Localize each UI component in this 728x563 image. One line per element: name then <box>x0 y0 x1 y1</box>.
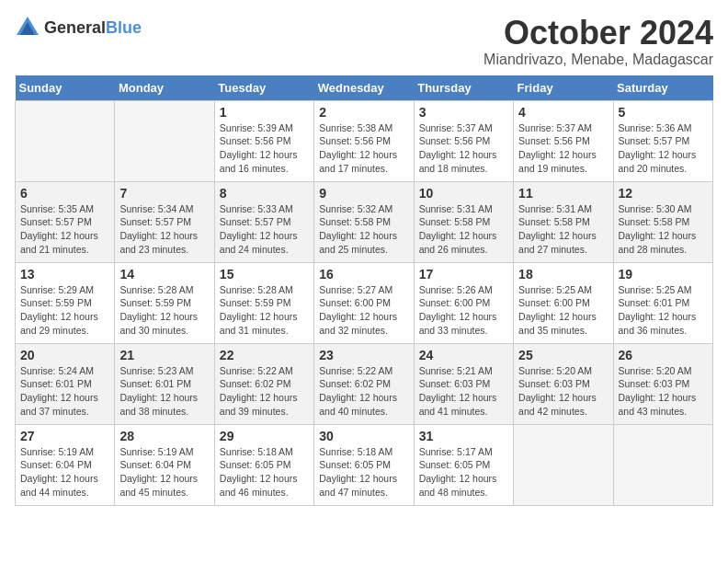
day-number: 29 <box>220 429 309 443</box>
calendar-table: SundayMondayTuesdayWednesdayThursdayFrid… <box>15 75 713 506</box>
calendar-cell <box>514 424 613 505</box>
day-info: Sunrise: 5:34 AMSunset: 5:57 PMDaylight:… <box>119 202 209 257</box>
calendar-cell: 5Sunrise: 5:36 AMSunset: 5:57 PMDaylight… <box>613 100 712 181</box>
day-info: Sunrise: 5:26 AMSunset: 6:00 PMDaylight:… <box>419 283 508 338</box>
day-number: 30 <box>319 429 408 443</box>
title-block: October 2024 Miandrivazo, Menabe, Madaga… <box>483 15 713 68</box>
calendar-cell: 8Sunrise: 5:33 AMSunset: 5:57 PMDaylight… <box>214 181 313 262</box>
day-number: 16 <box>319 267 408 282</box>
day-info: Sunrise: 5:31 AMSunset: 5:58 PMDaylight:… <box>518 202 608 257</box>
logo: GeneralBlue <box>15 15 142 40</box>
calendar-cell <box>613 424 712 505</box>
day-info: Sunrise: 5:18 AMSunset: 6:05 PMDaylight:… <box>319 445 408 500</box>
day-number: 23 <box>319 348 408 362</box>
day-number: 19 <box>619 267 708 282</box>
calendar-cell: 11Sunrise: 5:31 AMSunset: 5:58 PMDayligh… <box>514 181 613 262</box>
weekday-header: Thursday <box>414 75 513 101</box>
day-info: Sunrise: 5:21 AMSunset: 6:03 PMDaylight:… <box>419 364 508 419</box>
calendar-cell: 13Sunrise: 5:29 AMSunset: 5:59 PMDayligh… <box>16 262 115 343</box>
calendar-cell: 2Sunrise: 5:38 AMSunset: 5:56 PMDaylight… <box>314 100 414 181</box>
calendar-cell: 26Sunrise: 5:20 AMSunset: 6:03 PMDayligh… <box>613 343 712 424</box>
day-number: 9 <box>319 186 408 201</box>
logo-icon <box>15 15 40 40</box>
day-info: Sunrise: 5:28 AMSunset: 5:59 PMDaylight:… <box>220 283 309 338</box>
calendar-cell: 7Sunrise: 5:34 AMSunset: 5:57 PMDaylight… <box>115 181 214 262</box>
day-number: 21 <box>119 348 209 362</box>
day-info: Sunrise: 5:19 AMSunset: 6:04 PMDaylight:… <box>20 445 109 500</box>
day-number: 4 <box>518 105 608 120</box>
calendar-cell: 18Sunrise: 5:25 AMSunset: 6:00 PMDayligh… <box>514 262 613 343</box>
day-number: 10 <box>419 186 508 201</box>
calendar-header-row: SundayMondayTuesdayWednesdayThursdayFrid… <box>16 75 713 101</box>
day-info: Sunrise: 5:29 AMSunset: 5:59 PMDaylight:… <box>20 283 109 338</box>
day-number: 3 <box>419 105 508 120</box>
day-number: 2 <box>319 105 408 120</box>
calendar-cell: 14Sunrise: 5:28 AMSunset: 5:59 PMDayligh… <box>115 262 214 343</box>
day-number: 11 <box>518 186 608 201</box>
weekday-header: Wednesday <box>314 75 414 101</box>
day-number: 13 <box>20 267 109 282</box>
day-info: Sunrise: 5:22 AMSunset: 6:02 PMDaylight:… <box>220 364 309 419</box>
day-number: 31 <box>419 429 508 443</box>
weekday-header: Monday <box>115 75 214 101</box>
weekday-header: Friday <box>514 75 613 101</box>
day-info: Sunrise: 5:30 AMSunset: 5:58 PMDaylight:… <box>619 202 708 257</box>
calendar-cell: 6Sunrise: 5:35 AMSunset: 5:57 PMDaylight… <box>16 181 115 262</box>
calendar-cell: 9Sunrise: 5:32 AMSunset: 5:58 PMDaylight… <box>314 181 414 262</box>
day-info: Sunrise: 5:25 AMSunset: 6:00 PMDaylight:… <box>518 283 608 338</box>
day-info: Sunrise: 5:28 AMSunset: 5:59 PMDaylight:… <box>119 283 209 338</box>
day-info: Sunrise: 5:37 AMSunset: 5:56 PMDaylight:… <box>518 121 608 176</box>
day-info: Sunrise: 5:35 AMSunset: 5:57 PMDaylight:… <box>20 202 109 257</box>
calendar-cell: 3Sunrise: 5:37 AMSunset: 5:56 PMDaylight… <box>414 100 513 181</box>
calendar-cell: 12Sunrise: 5:30 AMSunset: 5:58 PMDayligh… <box>613 181 712 262</box>
day-number: 12 <box>619 186 708 201</box>
day-number: 28 <box>119 429 209 443</box>
day-number: 14 <box>119 267 209 282</box>
day-info: Sunrise: 5:18 AMSunset: 6:05 PMDaylight:… <box>220 445 309 500</box>
day-info: Sunrise: 5:36 AMSunset: 5:57 PMDaylight:… <box>619 121 708 176</box>
logo-general: General <box>44 18 106 37</box>
calendar-cell: 23Sunrise: 5:22 AMSunset: 6:02 PMDayligh… <box>314 343 414 424</box>
calendar-cell: 19Sunrise: 5:25 AMSunset: 6:01 PMDayligh… <box>613 262 712 343</box>
calendar-cell: 15Sunrise: 5:28 AMSunset: 5:59 PMDayligh… <box>214 262 313 343</box>
logo-blue: Blue <box>106 18 142 37</box>
day-info: Sunrise: 5:38 AMSunset: 5:56 PMDaylight:… <box>319 121 408 176</box>
day-number: 15 <box>220 267 309 282</box>
weekday-header: Sunday <box>16 75 115 101</box>
calendar-cell: 21Sunrise: 5:23 AMSunset: 6:01 PMDayligh… <box>115 343 214 424</box>
calendar-cell: 22Sunrise: 5:22 AMSunset: 6:02 PMDayligh… <box>214 343 313 424</box>
day-number: 24 <box>419 348 508 362</box>
day-number: 25 <box>518 348 608 362</box>
day-number: 20 <box>20 348 109 362</box>
day-info: Sunrise: 5:27 AMSunset: 6:00 PMDaylight:… <box>319 283 408 338</box>
calendar-cell: 4Sunrise: 5:37 AMSunset: 5:56 PMDaylight… <box>514 100 613 181</box>
calendar-cell: 10Sunrise: 5:31 AMSunset: 5:58 PMDayligh… <box>414 181 513 262</box>
calendar-week-row: 20Sunrise: 5:24 AMSunset: 6:01 PMDayligh… <box>16 343 713 424</box>
day-info: Sunrise: 5:19 AMSunset: 6:04 PMDaylight:… <box>119 445 209 500</box>
day-info: Sunrise: 5:25 AMSunset: 6:01 PMDaylight:… <box>619 283 708 338</box>
calendar-cell <box>115 100 214 181</box>
calendar-cell: 25Sunrise: 5:20 AMSunset: 6:03 PMDayligh… <box>514 343 613 424</box>
calendar-cell: 17Sunrise: 5:26 AMSunset: 6:00 PMDayligh… <box>414 262 513 343</box>
day-number: 8 <box>220 186 309 201</box>
calendar-week-row: 1Sunrise: 5:39 AMSunset: 5:56 PMDaylight… <box>16 100 713 181</box>
day-info: Sunrise: 5:37 AMSunset: 5:56 PMDaylight:… <box>419 121 508 176</box>
calendar-cell: 1Sunrise: 5:39 AMSunset: 5:56 PMDaylight… <box>214 100 313 181</box>
calendar-cell: 20Sunrise: 5:24 AMSunset: 6:01 PMDayligh… <box>16 343 115 424</box>
month-title: October 2024 <box>483 15 713 52</box>
calendar-cell: 28Sunrise: 5:19 AMSunset: 6:04 PMDayligh… <box>115 424 214 505</box>
day-info: Sunrise: 5:24 AMSunset: 6:01 PMDaylight:… <box>20 364 109 419</box>
day-number: 5 <box>619 105 708 120</box>
day-info: Sunrise: 5:20 AMSunset: 6:03 PMDaylight:… <box>619 364 708 419</box>
day-info: Sunrise: 5:31 AMSunset: 5:58 PMDaylight:… <box>419 202 508 257</box>
calendar-cell: 31Sunrise: 5:17 AMSunset: 6:05 PMDayligh… <box>414 424 513 505</box>
day-info: Sunrise: 5:39 AMSunset: 5:56 PMDaylight:… <box>220 121 309 176</box>
calendar-cell: 30Sunrise: 5:18 AMSunset: 6:05 PMDayligh… <box>314 424 414 505</box>
day-number: 27 <box>20 429 109 443</box>
day-info: Sunrise: 5:17 AMSunset: 6:05 PMDaylight:… <box>419 445 508 500</box>
day-number: 6 <box>20 186 109 201</box>
location-title: Miandrivazo, Menabe, Madagascar <box>483 52 713 68</box>
calendar-week-row: 6Sunrise: 5:35 AMSunset: 5:57 PMDaylight… <box>16 181 713 262</box>
calendar-cell: 29Sunrise: 5:18 AMSunset: 6:05 PMDayligh… <box>214 424 313 505</box>
day-number: 7 <box>119 186 209 201</box>
